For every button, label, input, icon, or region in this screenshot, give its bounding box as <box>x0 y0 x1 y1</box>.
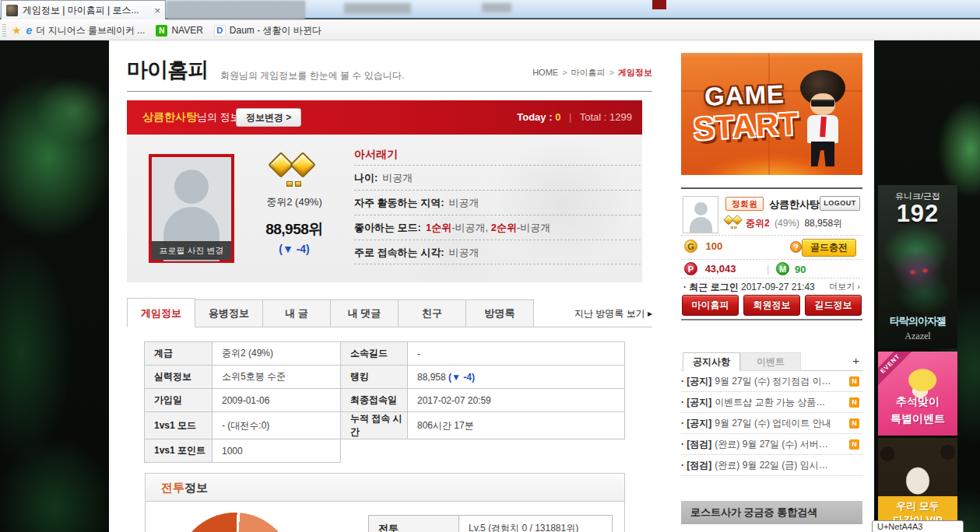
change-photo-button[interactable]: 프로필 사진 변경 <box>152 241 231 260</box>
cell-label: 최종접속일 <box>341 389 408 412</box>
notice-item[interactable]: · [점검](완료) 9월 22일 (금) 임시… <box>681 455 862 476</box>
intro-row-region: 자주 활동하는 지역:비공개 <box>354 190 641 215</box>
edit-info-button[interactable]: 정보변경 > <box>236 108 301 127</box>
notice-text: 9월 27일 (수) 업데이트 안내 <box>715 418 831 429</box>
notice-item[interactable]: · [공지]9월 27일 (수) 정기점검 이… N <box>681 371 862 392</box>
more-link[interactable]: 더보기 › <box>829 281 860 292</box>
redacted-text <box>344 3 411 14</box>
page-content: 마이홈피 회원님의 게임정보를 한눈에 볼 수 있습니다. HOME>마이홈피>… <box>109 40 874 532</box>
profile-photo: 프로필 사진 변경 <box>149 154 234 263</box>
breadcrumb-myhompy[interactable]: 마이홈피 <box>571 68 606 77</box>
cell-label: 1vs1 포인트 <box>145 439 213 463</box>
table-row: 전투 Lv.5 (경험치 0 / 131881위) <box>369 516 613 532</box>
gold-coin-icon: G <box>684 240 697 253</box>
table-row: 1vs1 포인트 1000 <box>145 439 625 463</box>
notice-category: · [공지] <box>681 397 711 408</box>
notice-category: · [공지] <box>681 376 711 387</box>
medal-coin-icon: M <box>776 262 789 275</box>
battle-title-em: 전투 <box>161 481 184 494</box>
breadcrumb-current: 게임정보 <box>618 68 652 77</box>
event-line1: 추석맞이 <box>878 395 957 409</box>
member-grade-badge: 정회원 <box>725 197 764 211</box>
favorites-star-icon[interactable]: ★ <box>12 24 22 37</box>
cell-label: 누적 접속 시간 <box>341 412 408 439</box>
battle-info-section: 전투정보 전투 Lv.5 (경험치 0 / 131881위) <box>145 473 625 532</box>
screen: 게임정보 | 마이홈피 | 로스... × ★ e 더 지니어스 룰브레이커 .… <box>0 0 980 532</box>
total-label: Total : <box>580 111 607 123</box>
tab-notice[interactable]: 공지사항 <box>683 352 740 371</box>
bookmark-daum[interactable]: Daum - 생활이 바뀐다 <box>230 24 321 37</box>
tab-event[interactable]: 이벤트 <box>740 352 801 371</box>
rank-name: 중위2 (49%) <box>244 195 345 209</box>
past-guestbook-link[interactable]: 지난 방명록 보기 ▸ <box>574 307 652 320</box>
game-info-table: 계급 중위2 (49%) 소속길드 - 실력정보 소위5호봉 수준 랭킹 88,… <box>144 341 625 463</box>
guild-info-button[interactable]: 길드정보 <box>805 295 862 316</box>
unified-search-bar[interactable]: 로스트사가 궁금증 통합검색 <box>681 501 862 524</box>
toolbar-grip <box>2 24 6 37</box>
cell-value: 중위2 (49%) <box>213 342 341 366</box>
browser-tab[interactable]: 게임정보 | 마이홈피 | 로스... × <box>1 0 166 19</box>
gold-charge-button[interactable]: 골드충전 <box>802 239 856 257</box>
help-icon[interactable]: ? <box>790 241 802 253</box>
tab-my-comments[interactable]: 내 댓글 <box>330 299 399 327</box>
tab-title: 게임정보 | 마이홈피 | 로스... <box>23 4 151 17</box>
dotted-divider <box>681 278 862 278</box>
notice-more-icon[interactable]: + <box>852 354 859 367</box>
page-header: 마이홈피 회원님의 게임정보를 한눈에 볼 수 있습니다. HOME>마이홈피>… <box>127 40 652 92</box>
new-badge: N <box>849 418 859 429</box>
notice-item[interactable]: · [점검](완료) 9월 27일 (수) 서버… N <box>681 434 862 455</box>
cell-value: 806시간 17분 <box>408 412 625 439</box>
cell-value: 2009-01-06 <box>213 389 341 412</box>
notice-category: · [공지] <box>681 418 711 429</box>
character-eye <box>911 271 915 274</box>
event-line2: 특별이벤트 <box>878 412 957 426</box>
notice-item[interactable]: · [공지]9월 27일 (수) 업데이트 안내 N <box>681 413 862 434</box>
tab-game-info[interactable]: 게임정보 <box>127 298 195 327</box>
character-rank-banner[interactable]: 유니크/근접 192 타락의아자젤 Azazel <box>878 185 957 348</box>
tab-friends[interactable]: 친구 <box>398 299 466 327</box>
profile-panel: 프로필 사진 변경 중위2 (49%) 88,958위 (▼ -4) 아서래기 … <box>127 135 642 282</box>
notice-category: · [점검] <box>681 439 711 450</box>
cell-label: 1vs1 모드 <box>145 412 213 439</box>
content-tabs: 게임정보 용병정보 내 글 내 댓글 친구 방명록 지난 방명록 보기 ▸ <box>127 298 652 327</box>
mode-rank2: 2순위 <box>491 222 517 233</box>
character-name-kr: 타락의아자젤 <box>878 314 957 328</box>
new-badge: N <box>849 397 859 408</box>
bookmark-genius[interactable]: 더 지니어스 룰브레이커 ... <box>36 24 145 37</box>
banner-number: 192 <box>878 200 957 228</box>
tab-my-posts[interactable]: 내 글 <box>262 299 331 327</box>
logout-button[interactable]: LOGOUT <box>820 196 860 211</box>
sidebar-ranking: 88,958위 <box>804 218 842 229</box>
intro-row-time: 주로 접속하는 시각:비공개 <box>354 240 641 264</box>
notice-text: 9월 27일 (수) 정기점검 이… <box>715 376 831 387</box>
breadcrumb-home[interactable]: HOME <box>532 68 558 77</box>
bookmark-naver[interactable]: NAVER <box>171 25 202 36</box>
time-label: 주로 접속하는 시각: <box>354 247 444 258</box>
daum-icon: D <box>214 25 226 37</box>
gold-row: G 100 ? 골드충전 <box>684 239 862 259</box>
myhompy-button[interactable]: 마이홈피 <box>682 295 739 316</box>
member-info-button[interactable]: 회원정보 <box>743 295 800 316</box>
sidebar-rank-line: 중위2 (49%) 88,958위 <box>746 217 842 230</box>
notice-text: (완료) 9월 22일 (금) 임시… <box>715 460 827 471</box>
cell-value: - <box>408 342 625 366</box>
tab-guestbook[interactable]: 방명록 <box>465 299 534 327</box>
sidebar-avatar[interactable] <box>683 196 718 233</box>
vip-banner[interactable]: 우리 모두 다같이 VIP <box>878 438 957 527</box>
redacted-box <box>652 0 666 9</box>
game-start-banner[interactable]: GAME START <box>681 53 862 175</box>
notice-item[interactable]: · [공지]이벤트샵 교환 가능 상품… N <box>681 392 862 413</box>
tab-mercenary[interactable]: 용병정보 <box>195 299 263 327</box>
ranking-change: (▼ -4) <box>448 372 475 383</box>
table-row: 계급 중위2 (49%) 소속길드 - <box>145 342 625 366</box>
banner-nickname: 상큼한사탕님의 정보 <box>142 110 241 124</box>
tab-close-icon[interactable]: × <box>154 5 160 16</box>
sidebar-rank-pct: (49%) <box>775 218 799 229</box>
mode-value2: -비공개 <box>517 222 550 233</box>
last-login-value: 2017-09-27 21:43 <box>741 282 815 292</box>
cell-label: 실력정보 <box>145 366 213 389</box>
intro-row-age: 나이:비공개 <box>354 165 641 190</box>
event-banner[interactable]: EVENT 추석맞이 특별이벤트 <box>878 352 957 436</box>
empty-cell <box>341 439 408 463</box>
point-coin-icon: P <box>684 262 697 275</box>
